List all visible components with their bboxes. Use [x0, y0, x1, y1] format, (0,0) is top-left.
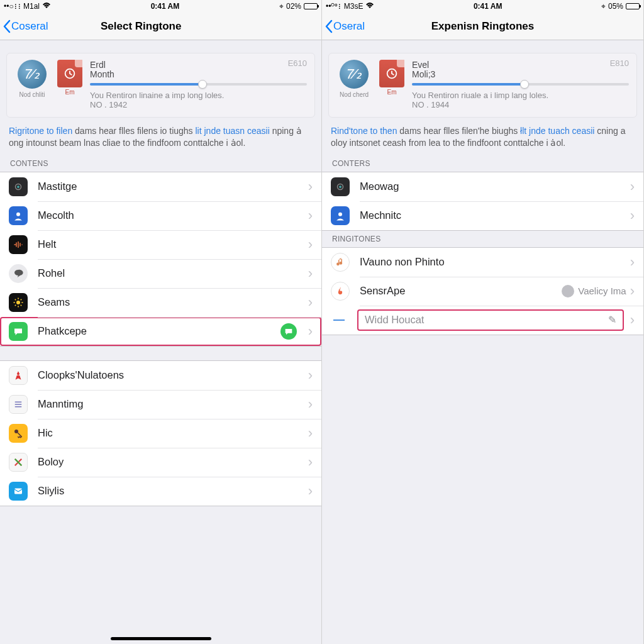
- card-line2: Moli;3: [412, 69, 629, 79]
- card-desc2: NO . 1942: [90, 100, 307, 109]
- key-icon: [9, 424, 28, 443]
- ringtone-item[interactable]: IVauno non Phinto ›: [322, 248, 643, 277]
- person-icon: [9, 206, 28, 225]
- chevron-right-icon: ›: [630, 255, 643, 269]
- chevron-right-icon: ›: [308, 325, 321, 338]
- carrier-text: ••○⫶⫶ M1al: [4, 2, 40, 11]
- card-desc1: You Rentiron riuale a i limp lang loles.: [412, 91, 629, 100]
- battery-icon: [626, 3, 640, 9]
- pencil-icon: ✎: [608, 314, 616, 326]
- battery-text: 05%: [608, 2, 623, 11]
- status-time: 0:41 AM: [151, 2, 180, 11]
- back-button[interactable]: Coseral: [0, 19, 48, 33]
- chevron-right-icon: ›: [308, 369, 321, 382]
- progress-slider[interactable]: [90, 83, 307, 86]
- avatar-caption: Nod cherd: [336, 91, 372, 98]
- chevron-right-icon: ›: [308, 238, 321, 252]
- back-label: Oseral: [333, 20, 365, 33]
- document-icon: [379, 60, 404, 87]
- contents-list: Meowag › Mechnitc ›: [322, 172, 643, 231]
- dash-icon: [333, 319, 345, 321]
- row-label: Hic: [38, 427, 308, 439]
- list-item[interactable]: Cloopks'Nulatoens ›: [0, 361, 321, 390]
- description-text: Rind'tone to then dams hear flles filen'…: [322, 118, 643, 155]
- list-item[interactable]: Boloy ›: [0, 448, 321, 477]
- home-indicator[interactable]: [111, 637, 211, 640]
- row-detail: Vaelicy Ima: [562, 285, 630, 297]
- back-button[interactable]: Oseral: [322, 19, 365, 33]
- row-label: Mecolth: [38, 209, 308, 221]
- list-item-highlighted[interactable]: Phatkcepe ›: [0, 317, 321, 346]
- chevron-right-icon: ›: [308, 296, 321, 309]
- svg-point-5: [14, 430, 18, 433]
- avatar: 7⁄₂: [340, 60, 369, 89]
- messages-badge-icon: [280, 323, 297, 340]
- list-icon: [9, 395, 28, 414]
- ringtones-list: IVauno non Phinto › SensrApe Vaelicy Ima…: [322, 247, 643, 335]
- list-item[interactable]: Meowag ›: [322, 172, 643, 201]
- flame-icon: [331, 282, 350, 301]
- row-label: Boloy: [38, 456, 308, 468]
- avatar: 7⁄₂: [18, 60, 47, 89]
- chevron-right-icon: ›: [308, 455, 321, 469]
- row-label: Mastitge: [38, 180, 308, 192]
- row-label: Manntimg: [38, 398, 308, 410]
- phone-right: ••ᴼᵒ⫶ M3sE 0:41 AM ⌖ 05% Oseral Expenisn…: [322, 0, 644, 644]
- status-bar: ••○⫶⫶ M1al 0:41 AM ⌖ 02%: [0, 0, 321, 13]
- bluetooth-icon: ⌖: [279, 2, 284, 11]
- section-header-contents: CONTENS: [0, 155, 321, 172]
- dot-icon: [562, 285, 574, 297]
- bluetooth-icon: ⌖: [601, 2, 606, 11]
- card-line2: Month: [90, 69, 307, 79]
- battery-text: 02%: [286, 2, 301, 11]
- list-item[interactable]: Manntimg ›: [0, 390, 321, 419]
- svg-rect-6: [14, 488, 22, 494]
- row-label: IVauno non Phinto: [360, 256, 630, 268]
- person-icon: [331, 206, 350, 225]
- carrier-text: ••ᴼᵒ⫶ M3sE: [326, 2, 363, 11]
- ringtone-input-row[interactable]: Widd Houcat ✎ ›: [322, 306, 643, 335]
- phone-left: ••○⫶⫶ M1al 0:41 AM ⌖ 02% Coseral Select …: [0, 0, 322, 644]
- chevron-right-icon: ›: [308, 209, 321, 223]
- card-line1: Erdl: [90, 60, 307, 70]
- camera-icon: [331, 177, 350, 196]
- sun-icon: [9, 293, 28, 312]
- section-header-contents: CONTERS: [322, 155, 643, 172]
- chevron-right-icon: ›: [630, 284, 643, 298]
- card-line1: Evel: [412, 60, 629, 70]
- list-item[interactable]: Rohel ›: [0, 259, 321, 288]
- row-label: Cloopks'Nulatoens: [38, 369, 308, 381]
- list-item[interactable]: Mastitge ›: [0, 172, 321, 201]
- secondary-list: Cloopks'Nulatoens › Manntimg › Hic › Bol…: [0, 360, 321, 506]
- ringtone-item[interactable]: SensrApe Vaelicy Ima ›: [322, 277, 643, 306]
- card-desc1: You Rentiron linaine a imp long loles.: [90, 91, 307, 100]
- list-item[interactable]: Seams ›: [0, 288, 321, 317]
- chevron-left-icon: [3, 19, 11, 33]
- description-text: Rigritone to filen dams hear flles filen…: [0, 118, 321, 155]
- nav-bar: Coseral Select Ringtone: [0, 13, 321, 40]
- ringtone-name-input[interactable]: Widd Houcat ✎: [357, 309, 624, 331]
- chevron-right-icon: ›: [308, 267, 321, 280]
- row-label: Phatkcepe: [38, 325, 280, 337]
- list-item[interactable]: Mecolth ›: [0, 201, 321, 230]
- avatar-caption: Nod chliti: [14, 91, 50, 98]
- contents-list: Mastitge › Mecolth › Helt › Rohel › Seam…: [0, 172, 321, 347]
- document-icon: [57, 60, 82, 87]
- page-title: Select Ringtone: [0, 20, 321, 33]
- progress-slider[interactable]: [412, 83, 629, 86]
- info-card: E810 7⁄₂ Nod cherd Em Evel Moli;3 You Re…: [328, 53, 637, 118]
- chevron-right-icon: ›: [630, 180, 643, 194]
- row-label: Meowag: [360, 180, 630, 192]
- chevron-right-icon: ›: [308, 426, 321, 440]
- tools-icon: [9, 453, 28, 472]
- info-card: E610 7⁄₂ Nod chliti Em Erdl Month You Re…: [6, 53, 315, 118]
- list-item[interactable]: Mechnitc ›: [322, 201, 643, 230]
- messages-icon: [9, 322, 28, 341]
- list-item[interactable]: Hic ›: [0, 419, 321, 448]
- camera-icon: [9, 177, 28, 196]
- row-label: Seams: [38, 296, 308, 308]
- list-item[interactable]: Sliylis ›: [0, 477, 321, 506]
- list-item[interactable]: Helt ›: [0, 230, 321, 259]
- page-title: Expenisn Ringtones: [322, 20, 643, 33]
- card-code: E610: [288, 58, 307, 68]
